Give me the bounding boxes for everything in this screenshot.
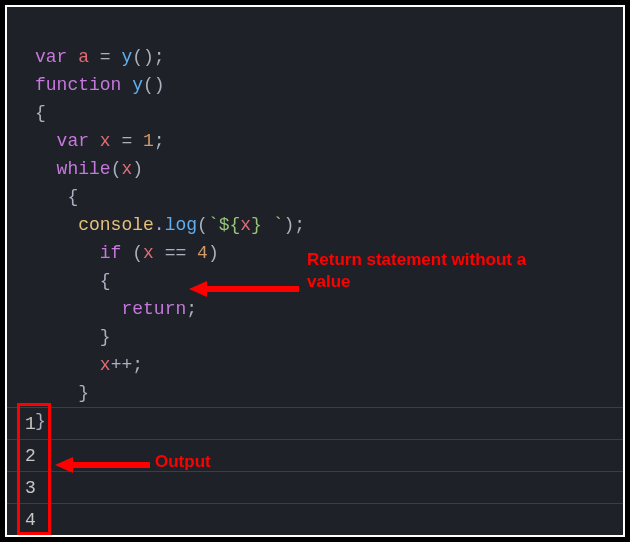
keyword-if: if (100, 243, 122, 263)
code-block: var a = y(); function y() { var x = 1; w… (7, 7, 623, 471)
annotation-output: Output (155, 451, 211, 473)
log-method: log (165, 215, 197, 235)
console-output: 1 2 3 4 (7, 407, 623, 535)
function-name-y: y (132, 75, 143, 95)
keyword-var: var (35, 47, 67, 67)
annotation-return: Return statement without a value (307, 249, 567, 293)
keyword-var: var (57, 131, 89, 151)
output-row: 2 (7, 439, 623, 471)
editor-frame: var a = y(); function y() { var x = 1; w… (5, 5, 625, 537)
output-row: 3 (7, 471, 623, 503)
identifier-a: a (78, 47, 89, 67)
identifier-x: x (100, 131, 111, 151)
keyword-return: return (121, 299, 186, 319)
output-row: 1 (7, 407, 623, 439)
keyword-function: function (35, 75, 121, 95)
console-object: console (78, 215, 154, 235)
call-y: y (121, 47, 132, 67)
keyword-while: while (57, 159, 111, 179)
number-literal: 4 (197, 243, 208, 263)
number-literal: 1 (143, 131, 154, 151)
output-row: 4 (7, 503, 623, 535)
